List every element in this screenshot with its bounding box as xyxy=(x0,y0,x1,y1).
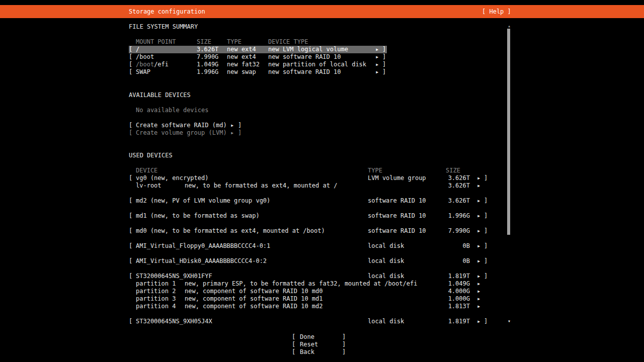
col-size: SIZE xyxy=(446,167,460,174)
right-bracket: ] xyxy=(382,68,386,76)
reset-label: Reset xyxy=(300,341,318,348)
size-value: 4.000G xyxy=(431,288,470,295)
left-bracket: [ xyxy=(129,257,132,265)
size-value: 7.990G xyxy=(431,227,470,235)
chevron-right-icon: ▸ xyxy=(477,303,480,310)
scroll-down-icon[interactable]: ▾ xyxy=(506,318,512,325)
right-bracket: ] xyxy=(382,46,386,53)
fs-row-swap[interactable]: [ SWAP 1.996G new swap new software RAID… xyxy=(129,68,387,76)
fs-row-root[interactable]: [ / 3.626T new ext4 new LVM logical volu… xyxy=(129,46,387,53)
mount-point: /boot xyxy=(136,53,154,61)
left-bracket: [ xyxy=(292,348,295,356)
device-name: AMI_Virtual_HDisk0_AAAABBBBCCCC4-0:2 xyxy=(136,257,267,265)
right-bracket: ] xyxy=(484,197,488,205)
chevron-right-icon: ▸ xyxy=(477,273,480,280)
partition-name: partition 4 xyxy=(136,303,176,310)
page-title: Storage configuration xyxy=(129,5,205,18)
right-bracket: ] xyxy=(484,318,488,325)
done-button[interactable]: [ Done ] xyxy=(292,333,347,341)
create-lvm-label: Create volume group (LVM) xyxy=(136,129,227,137)
used-row-md2[interactable]: [ md2 (new, PV of LVM volume group vg0) … xyxy=(129,197,488,205)
used-row-disk1[interactable]: [ ST32000645NS_9XH01FYF local disk 1.819… xyxy=(129,273,488,280)
available-devices-heading: AVAILABLE DEVICES xyxy=(129,92,191,99)
device-type: new software RAID 10 xyxy=(268,53,341,61)
left-bracket: [ xyxy=(129,273,132,280)
used-subrow-partition-1[interactable]: partition 1 new, primary ESP, to be form… xyxy=(129,280,488,288)
chevron-right-icon: ▸ xyxy=(477,197,480,205)
used-row-md1[interactable]: [ md1 (new, to be formatted as swap) sof… xyxy=(129,212,488,220)
left-bracket: [ xyxy=(129,242,132,250)
used-subrow-lv-root[interactable]: lv-root new, to be formatted as ext4, mo… xyxy=(129,182,488,190)
size-value: 3.626T xyxy=(431,182,470,190)
used-subrow-partition-2[interactable]: partition 2 new, component of software R… xyxy=(129,288,488,295)
fs-summary-heading: FILE SYSTEM SUMMARY xyxy=(129,23,198,31)
left-bracket: [ xyxy=(129,68,132,76)
device-name: md0 (new, to be formatted as ext4, mount… xyxy=(136,227,325,235)
scrollbar-thumb[interactable] xyxy=(507,29,510,235)
partition-description: new, component of software RAID 10 md0 xyxy=(185,288,323,295)
left-bracket: [ xyxy=(292,341,295,348)
right-bracket: ] xyxy=(484,242,488,250)
used-devices-column-headers: DEVICE TYPE SIZE xyxy=(129,167,488,174)
fs-type: new swap xyxy=(227,68,256,76)
col-type: TYPE xyxy=(368,167,382,174)
used-row-disk2[interactable]: [ ST32000645NS_9XH05J4X local disk 1.819… xyxy=(129,318,488,325)
help-button[interactable]: [ Help ] xyxy=(482,5,511,18)
create-software-raid-button[interactable]: [ Create software RAID (md) ▸ ] xyxy=(129,122,250,129)
left-bracket: [ xyxy=(129,174,132,182)
right-bracket: ] xyxy=(238,129,242,137)
chevron-right-icon: ▸ xyxy=(375,61,379,68)
device-type: LVM volume group xyxy=(368,174,426,182)
left-bracket: [ xyxy=(129,53,132,61)
mount-point: / xyxy=(136,46,139,53)
size-value: 1.813T xyxy=(431,303,470,310)
lv-name: lv-root xyxy=(136,182,162,190)
partition-description: new, primary ESP, to be formatted as fat… xyxy=(185,280,417,288)
back-label: Back xyxy=(300,348,314,356)
create-raid-label: Create software RAID (md) xyxy=(136,122,227,129)
partition-name: partition 1 xyxy=(136,280,176,288)
used-row-virtual-floppy[interactable]: [ AMI_Virtual_Floppy0_AAAABBBBCCCC4-0:1 … xyxy=(129,242,488,250)
chevron-right-icon: ▸ xyxy=(477,257,480,265)
right-bracket: ] xyxy=(484,227,488,235)
device-name: vg0 (new, encrypted) xyxy=(136,174,209,182)
chevron-right-icon: ▸ xyxy=(230,129,234,137)
header-bar: Storage configuration [ Help ] xyxy=(0,5,644,18)
used-row-virtual-hdisk[interactable]: [ AMI_Virtual_HDisk0_AAAABBBBCCCC4-0:2 l… xyxy=(129,257,488,265)
create-volume-group-button[interactable]: [ Create volume group (LVM) ▸ ] xyxy=(129,129,250,137)
done-label: Done xyxy=(300,333,314,341)
device-type: software RAID 10 xyxy=(368,227,426,235)
col-size: SIZE xyxy=(197,38,211,46)
fs-row-boot[interactable]: [ /boot 7.990G new ext4 new software RAI… xyxy=(129,53,387,61)
chevron-right-icon: ▸ xyxy=(477,280,480,288)
back-button[interactable]: [ Back ] xyxy=(292,348,347,356)
chevron-right-icon: ▸ xyxy=(477,227,480,235)
chevron-right-icon: ▸ xyxy=(375,68,379,76)
size-value: 1.819T xyxy=(431,318,470,325)
reset-button[interactable]: [ Reset ] xyxy=(292,341,347,348)
size-value: 7.990G xyxy=(197,53,218,61)
used-subrow-partition-3[interactable]: partition 3 new, component of software R… xyxy=(129,295,488,303)
device-name: ST32000645NS_9XH05J4X xyxy=(136,318,212,325)
chevron-right-icon: ▸ xyxy=(477,212,480,220)
device-name: md2 (new, PV of LVM volume group vg0) xyxy=(136,197,270,205)
col-type: TYPE xyxy=(227,38,242,46)
size-value: 3.626T xyxy=(431,197,470,205)
fs-summary-column-headers: MOUNT POINT SIZE TYPE DEVICE TYPE xyxy=(129,38,387,46)
left-bracket: [ xyxy=(129,227,132,235)
used-subrow-partition-4[interactable]: partition 4 new, component of software R… xyxy=(129,303,488,310)
device-type: new LVM logical volume xyxy=(268,46,348,53)
fs-row-boot-efi[interactable]: [ /boot/efi 1.049G new fat32 new partiti… xyxy=(129,61,387,68)
right-bracket: ] xyxy=(342,348,346,356)
partition-description: new, component of software RAID 10 md1 xyxy=(185,295,323,303)
device-name: ST32000645NS_9XH01FYF xyxy=(136,273,212,280)
left-bracket: [ xyxy=(129,61,132,68)
chevron-right-icon: ▸ xyxy=(375,46,379,53)
chevron-right-icon: ▸ xyxy=(477,242,480,250)
size-value: 1.049G xyxy=(197,61,218,68)
used-row-md0[interactable]: [ md0 (new, to be formatted as ext4, mou… xyxy=(129,227,488,235)
left-bracket: [ xyxy=(292,333,295,341)
used-devices-heading: USED DEVICES xyxy=(129,152,173,159)
left-bracket: [ xyxy=(129,197,132,205)
used-row-vg0[interactable]: [ vg0 (new, encrypted) LVM volume group … xyxy=(129,174,488,182)
